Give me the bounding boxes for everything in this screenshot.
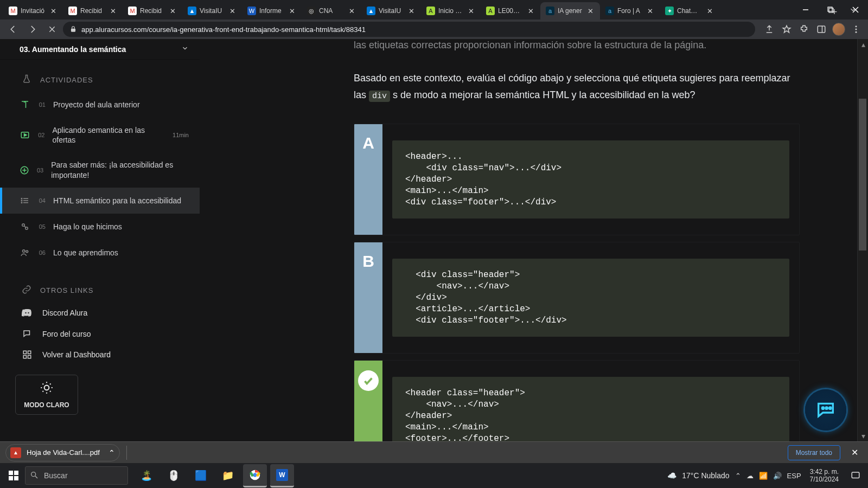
start-button[interactable] — [4, 466, 23, 485]
tab-close-button[interactable]: ✕ — [467, 7, 475, 15]
bookmark-button[interactable] — [779, 22, 794, 37]
chat-help-button[interactable] — [805, 389, 846, 431]
browser-tab[interactable]: ALE0021_✕ — [481, 2, 540, 20]
module-header[interactable]: 03. Aumentando la semántica — [0, 39, 200, 60]
tray-wifi-icon[interactable]: 📶 — [759, 472, 768, 480]
forward-button[interactable] — [24, 21, 41, 38]
activity-item[interactable]: 03Para saber más: ¡la accesibilidad es i… — [0, 152, 200, 187]
link-label: Discord Alura — [42, 309, 87, 317]
tab-close-button[interactable]: ✕ — [526, 7, 535, 15]
tab-close-button[interactable]: ✕ — [228, 7, 237, 15]
activity-item[interactable]: 02Aplicando semantica en las ofertas11mi… — [0, 118, 200, 152]
activity-index: 06 — [38, 249, 46, 256]
divider — [126, 446, 127, 460]
option-label-badge — [354, 361, 382, 441]
sidebar-link[interactable]: Volver al Dashboard — [0, 344, 200, 365]
tab-favicon: W — [247, 7, 256, 15]
tab-close-button[interactable]: ✕ — [586, 7, 595, 15]
taskbar-app-explorer[interactable]: 📁 — [216, 465, 240, 486]
answer-option[interactable]: B <div class="header"> <nav>...</nav> </… — [354, 242, 800, 354]
tab-close-button[interactable]: ✕ — [646, 7, 654, 15]
sidebar-link[interactable]: Foro del curso — [0, 324, 200, 344]
taskbar-app-word[interactable]: W — [270, 464, 294, 487]
tab-close-button[interactable]: ✕ — [49, 7, 58, 15]
other-links-heading: OTROS LINKS — [0, 270, 200, 302]
back-button[interactable] — [4, 21, 22, 38]
activity-item[interactable]: 06Lo que aprendimos — [0, 240, 200, 266]
browser-tab[interactable]: ◎CNA✕ — [302, 2, 361, 20]
side-panel-button[interactable] — [814, 22, 829, 37]
option-code: <div class="header"> <nav>...</nav> </di… — [392, 259, 789, 337]
browser-tab[interactable]: MRecibid✕ — [123, 2, 182, 20]
window-minimize-button[interactable] — [793, 0, 818, 20]
tray-language-indicator[interactable]: ESP — [787, 472, 801, 480]
svg-rect-8 — [818, 26, 825, 33]
address-bar[interactable]: app.aluracursos.com/course/ia-generativa… — [63, 22, 755, 37]
scrollbar-thumb[interactable] — [859, 99, 866, 251]
browser-tab[interactable]: AInicio - C✕ — [421, 2, 481, 20]
activity-index: 01 — [38, 101, 46, 108]
scroll-down-button[interactable]: ▾ — [858, 431, 868, 441]
answer-option[interactable]: A<header>... <div class="nav">...</div> … — [354, 124, 800, 235]
tray-onedrive-icon[interactable]: ☁ — [746, 472, 754, 480]
window-maximize-button[interactable] — [818, 0, 843, 20]
chrome-menu-button[interactable] — [848, 22, 864, 37]
tab-close-button[interactable]: ✕ — [108, 7, 117, 15]
svg-rect-31 — [28, 351, 31, 354]
pdf-icon: ▲ — [10, 447, 21, 458]
browser-tab[interactable]: ▲VisitaIU✕ — [182, 2, 242, 20]
lesson-content: las etiquetas correctas proporcionan inf… — [200, 39, 868, 441]
browser-tab[interactable]: WInforme✕ — [242, 2, 302, 20]
activity-label: Proyecto del aula anterior — [53, 100, 140, 110]
theme-toggle-button[interactable]: MODO CLARO — [15, 375, 78, 415]
taskbar-app-edge[interactable]: 🟦 — [189, 465, 213, 486]
taskbar-clock[interactable]: 3:42 p. m. 7/10/2024 — [810, 468, 839, 484]
window-close-button[interactable] — [843, 0, 868, 20]
tray-volume-icon[interactable]: 🔊 — [773, 472, 782, 480]
scroll-up-button[interactable]: ▴ — [858, 39, 868, 50]
notifications-button[interactable] — [847, 467, 864, 484]
profile-avatar[interactable] — [831, 22, 846, 37]
tray-overflow-button[interactable]: ⌃ — [735, 472, 741, 480]
browser-tab[interactable]: ▲VisitaIU✕ — [361, 2, 421, 20]
activity-item[interactable]: 01Proyecto del aula anterior — [0, 92, 200, 118]
link-icon — [22, 307, 33, 318]
option-body: <header class="header"> <nav>...</nav> <… — [382, 361, 799, 441]
tab-title: CNA — [319, 7, 344, 15]
tab-close-button[interactable]: ✕ — [407, 7, 416, 15]
content-scrollbar[interactable]: ▴ ▾ — [857, 39, 868, 441]
activity-item[interactable]: 05Haga lo que hicimos — [0, 214, 200, 240]
svg-point-11 — [856, 29, 857, 30]
share-button[interactable] — [762, 22, 777, 37]
svg-point-37 — [829, 407, 831, 409]
svg-point-28 — [25, 312, 27, 314]
tab-close-button[interactable]: ✕ — [347, 7, 356, 15]
taskbar-weather[interactable]: ☁️ 17°C Nublado — [666, 470, 729, 481]
extensions-button[interactable] — [796, 22, 812, 37]
tab-close-button[interactable]: ✕ — [705, 7, 714, 15]
sidebar-link[interactable]: Discord Alura — [0, 302, 200, 324]
browser-tab[interactable]: aForo | A✕ — [600, 2, 660, 20]
download-item[interactable]: ▲ Hoja de Vida-Carl....pdf ⌃ — [5, 444, 120, 461]
browser-tab[interactable]: MRecibid✕ — [63, 2, 123, 20]
close-downloads-bar-button[interactable]: ✕ — [847, 445, 863, 460]
activity-index: 04 — [38, 197, 46, 204]
chevron-up-icon[interactable]: ⌃ — [108, 448, 115, 457]
downloads-bar: ▲ Hoja de Vida-Carl....pdf ⌃ Mostrar tod… — [0, 441, 868, 463]
show-all-downloads-button[interactable]: Mostrar todo — [788, 445, 840, 460]
stop-loading-button[interactable] — [43, 21, 61, 38]
taskbar-search[interactable]: Buscar — [25, 466, 128, 485]
taskbar-app-widgets[interactable]: 🏝️ — [135, 465, 158, 486]
tab-title: Invitació — [21, 7, 46, 15]
activity-item[interactable]: 04HTML semántico para la accesibilidad — [0, 188, 200, 214]
tab-close-button[interactable]: ✕ — [288, 7, 296, 15]
taskbar-app-mouse[interactable]: 🖱️ — [162, 465, 186, 486]
browser-tab[interactable]: aIA gener✕ — [540, 2, 600, 20]
taskbar-app-chrome[interactable] — [243, 464, 267, 487]
activity-icon — [20, 195, 30, 206]
answer-option[interactable]: <header class="header"> <nav>...</nav> <… — [354, 360, 800, 441]
browser-tab[interactable]: ✦ChatGPT✕ — [660, 2, 719, 20]
browser-tab[interactable]: MInvitació✕ — [3, 2, 63, 20]
link-icon — [22, 329, 33, 339]
tab-close-button[interactable]: ✕ — [168, 7, 177, 15]
